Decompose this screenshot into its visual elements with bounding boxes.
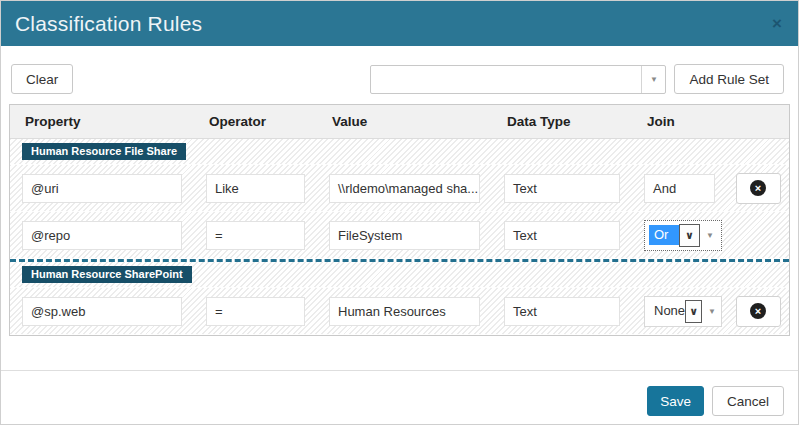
join-select-value: None (649, 301, 685, 321)
join-field[interactable]: And (644, 174, 715, 203)
join-select-value: Or (649, 225, 679, 245)
column-header-property: Property (10, 114, 194, 129)
footer: Save Cancel (1, 371, 798, 416)
data-type-field[interactable]: Text (504, 174, 620, 203)
save-button[interactable]: Save (647, 386, 704, 416)
property-field[interactable]: @repo (22, 221, 182, 250)
add-rule-set-button[interactable]: Add Rule Set (674, 64, 784, 94)
data-type-field[interactable]: Text (504, 297, 620, 326)
chevron-down-icon[interactable]: ∨ (685, 300, 702, 323)
dropdown-caret-icon[interactable]: ▼ (706, 231, 714, 240)
toolbar: Clear ▼ Add Rule Set (11, 64, 784, 94)
join-select[interactable]: Or ∨ ▼ (644, 220, 722, 251)
group-badge: Human Resource SharePoint (22, 266, 192, 283)
ruleset-combobox[interactable]: ▼ (370, 65, 666, 94)
column-header-join: Join (632, 114, 727, 129)
operator-field[interactable]: = (206, 297, 305, 326)
rules-table: Property Operator Value Data Type Join H… (9, 104, 790, 336)
column-header-value: Value (317, 114, 492, 129)
clear-button[interactable]: Clear (11, 64, 73, 94)
group-badge: Human Resource File Share (22, 143, 186, 160)
delete-icon: × (750, 180, 766, 196)
property-field[interactable]: @sp.web (22, 297, 182, 326)
group-header-file-share: Human Resource File Share (10, 139, 789, 165)
rule-row: @repo = FileSystem Text Or ∨ ▼ (10, 212, 789, 259)
chevron-down-icon[interactable]: ▼ (641, 66, 665, 93)
dropdown-caret-icon[interactable]: ▼ (708, 307, 716, 316)
value-field[interactable]: Human Resources (329, 297, 480, 326)
rule-row: @sp.web = Human Resources Text None ∨ ▼ … (10, 288, 789, 335)
value-field[interactable]: FileSystem (329, 221, 480, 250)
delete-rule-button[interactable]: × (736, 173, 781, 204)
operator-field[interactable]: = (206, 221, 305, 250)
cancel-button[interactable]: Cancel (712, 386, 784, 416)
chevron-down-icon[interactable]: ∨ (679, 224, 700, 247)
dialog-title: Classification Rules (15, 12, 772, 36)
property-field[interactable]: @uri (22, 174, 182, 203)
value-field[interactable]: \\rldemo\managed sha... (329, 174, 480, 203)
join-select[interactable]: None ∨ ▼ (644, 296, 722, 327)
table-header-row: Property Operator Value Data Type Join (10, 105, 789, 139)
classification-rules-dialog: Classification Rules × Clear ▼ Add Rule … (0, 0, 799, 425)
operator-field[interactable]: Like (206, 174, 305, 203)
group-header-sharepoint: Human Resource SharePoint (10, 262, 789, 288)
column-header-data-type: Data Type (492, 114, 632, 129)
data-type-field[interactable]: Text (504, 221, 620, 250)
toolbar-right-group: ▼ Add Rule Set (370, 64, 784, 94)
ruleset-combobox-value[interactable] (371, 66, 641, 93)
column-header-operator: Operator (194, 114, 317, 129)
delete-icon: × (750, 303, 766, 319)
rule-row: @uri Like \\rldemo\managed sha... Text A… (10, 165, 789, 212)
dialog-header: Classification Rules × (1, 1, 798, 46)
delete-rule-button[interactable]: × (736, 296, 781, 327)
close-icon[interactable]: × (772, 15, 782, 32)
